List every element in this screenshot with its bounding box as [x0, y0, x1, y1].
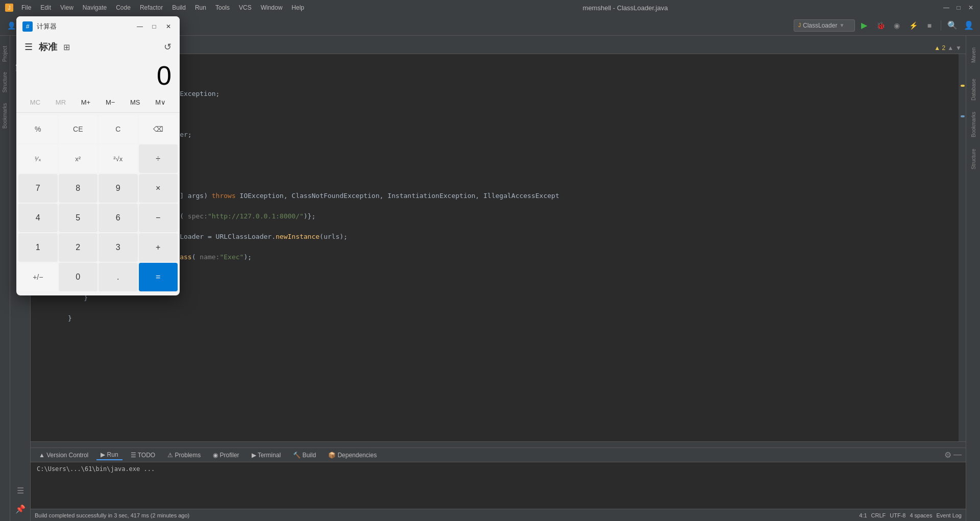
terminal-tab-problems[interactable]: ⚠ Problems: [163, 451, 205, 460]
sidebar-icon-bottom-1[interactable]: ☰: [12, 482, 29, 499]
terminal-settings-icon[interactable]: ⚙: [944, 450, 951, 460]
calc-btn-c[interactable]: C: [99, 115, 138, 143]
menu-window[interactable]: Window: [257, 2, 287, 13]
right-sidebar: Maven Database Bookmarks Structure: [966, 36, 980, 521]
menu-view[interactable]: View: [56, 2, 78, 13]
tab-nav-down[interactable]: ▼: [955, 44, 962, 52]
calc-btn-4[interactable]: 4: [18, 204, 58, 232]
calc-btn-3[interactable]: 3: [99, 233, 138, 262]
sidebar-icon-bottom-2[interactable]: 📌: [12, 501, 29, 517]
menu-tools[interactable]: Tools: [211, 2, 234, 13]
menu-help[interactable]: Help: [287, 2, 308, 13]
calc-maximize-button[interactable]: □: [149, 21, 159, 32]
calc-mode-icon[interactable]: ⊞: [63, 42, 70, 52]
calc-mem-mplus[interactable]: M+: [77, 96, 94, 108]
sidebar-maven[interactable]: Maven: [967, 40, 979, 70]
menu-vcs[interactable]: VCS: [235, 2, 256, 13]
coverage-button[interactable]: ◉: [890, 18, 904, 33]
status-encoding[interactable]: UTF-8: [890, 512, 905, 518]
sidebar-bookmarks[interactable]: Bookmarks: [967, 109, 979, 140]
window-controls: — □ ✕: [942, 4, 975, 12]
terminal-tab-vcs[interactable]: ▲ Version Control: [35, 451, 92, 460]
terminal-tab-run[interactable]: ▶ Run: [96, 450, 122, 460]
calc-btn-decimal[interactable]: .: [99, 263, 138, 291]
calc-close-button[interactable]: ✕: [163, 21, 174, 32]
tab-settings-area: ▲ 2 ▲ ▼: [934, 44, 962, 54]
calc-mem-mv[interactable]: M∨: [151, 96, 170, 108]
calc-display: 0: [16, 57, 180, 92]
user-avatar[interactable]: 👤: [962, 18, 976, 33]
calc-btn-square[interactable]: x²: [59, 144, 98, 173]
terminal-settings: ⚙ —: [944, 450, 962, 460]
calc-titlebar-left: # 计算器: [22, 21, 57, 32]
warning-count[interactable]: ▲ 2: [934, 44, 945, 52]
terminal-tab-todo[interactable]: ☰ TODO: [127, 451, 160, 460]
calc-btn-5[interactable]: 5: [59, 204, 98, 232]
horizontal-scrollbar[interactable]: [31, 441, 966, 448]
calc-btn-sqrt[interactable]: ²√x: [99, 144, 138, 173]
calc-btn-reciprocal[interactable]: ¹∕ₓ: [18, 144, 58, 173]
terminal-tab-terminal[interactable]: ▶ Terminal: [248, 451, 285, 460]
close-button[interactable]: ✕: [967, 4, 975, 12]
calc-btn-multiply[interactable]: ×: [139, 174, 178, 203]
calc-btn-backspace[interactable]: ⌫: [139, 115, 178, 143]
calc-menu-icon[interactable]: ☰: [24, 41, 33, 53]
calc-btn-0[interactable]: 0: [59, 263, 98, 291]
project-panel-label[interactable]: Project: [2, 46, 8, 62]
calc-titlebar: # 计算器 — □ ✕: [16, 16, 180, 37]
status-position[interactable]: 4:1: [859, 512, 867, 518]
maximize-button[interactable]: □: [954, 4, 963, 12]
terminal-tab-dependencies[interactable]: 📦 Dependencies: [324, 451, 381, 460]
calc-btn-7[interactable]: 7: [18, 174, 58, 203]
calc-btn-6[interactable]: 6: [99, 204, 138, 232]
calc-btn-2[interactable]: 2: [59, 233, 98, 262]
status-indent[interactable]: 4 spaces: [910, 512, 932, 518]
calc-history-button[interactable]: ↺: [164, 41, 172, 53]
calc-btn-9[interactable]: 9: [99, 174, 138, 203]
structure-panel-label[interactable]: Structure: [2, 72, 8, 93]
menu-run[interactable]: Run: [191, 2, 210, 13]
menu-code[interactable]: Code: [112, 2, 135, 13]
debug-button[interactable]: 🐞: [873, 18, 888, 33]
app-icon: J: [5, 4, 13, 12]
calc-mem-mr[interactable]: MR: [52, 96, 70, 108]
calc-btn-subtract[interactable]: −: [139, 204, 178, 232]
minimize-button[interactable]: —: [942, 4, 950, 12]
terminal-toolbar: ▲ Version Control ▶ Run ☰ TODO ⚠ Problem…: [31, 448, 966, 462]
calc-btn-negate[interactable]: +/−: [18, 263, 58, 291]
calc-btn-divide[interactable]: ÷: [139, 144, 178, 173]
bookmarks-panel-label[interactable]: Bookmarks: [2, 103, 8, 129]
status-crlf[interactable]: CRLF: [871, 512, 886, 518]
run-config-dropdown[interactable]: J ClassLoader ▼: [794, 19, 855, 32]
calc-mem-mminus[interactable]: M−: [102, 96, 119, 108]
calc-btn-8[interactable]: 8: [59, 174, 98, 203]
stop-button[interactable]: ■: [922, 18, 937, 33]
menu-bar: File Edit View Navigate Code Refactor Bu…: [17, 2, 308, 13]
run-button[interactable]: ▶: [857, 18, 871, 33]
terminal-tab-build[interactable]: 🔨 Build: [289, 451, 320, 460]
terminal-minimize-icon[interactable]: —: [953, 450, 962, 460]
terminal-tab-profiler[interactable]: ◉ Profiler: [209, 451, 243, 460]
menu-navigate[interactable]: Navigate: [79, 2, 111, 13]
status-build-message: Build completed successfully in 3 sec, 4…: [35, 512, 189, 518]
calc-mem-ms[interactable]: MS: [126, 96, 144, 108]
profile-run-button[interactable]: ⚡: [906, 18, 920, 33]
calc-minimize-button[interactable]: —: [135, 21, 145, 32]
calc-app-icon: #: [22, 21, 33, 32]
sidebar-database[interactable]: Database: [967, 75, 979, 105]
menu-refactor[interactable]: Refactor: [136, 2, 167, 13]
menu-file[interactable]: File: [17, 2, 35, 13]
calc-display-value: 0: [24, 61, 172, 90]
calc-btn-equals[interactable]: =: [139, 263, 178, 291]
menu-edit[interactable]: Edit: [36, 2, 55, 13]
status-event-log[interactable]: Event Log: [936, 512, 962, 518]
calc-mem-mc[interactable]: MC: [26, 96, 44, 108]
sidebar-structure[interactable]: Structure: [967, 144, 979, 175]
search-button[interactable]: 🔍: [945, 18, 960, 33]
calc-btn-1[interactable]: 1: [18, 233, 58, 262]
calc-btn-add[interactable]: +: [139, 233, 178, 262]
tab-nav-up[interactable]: ▲: [947, 44, 953, 52]
calc-btn-percent[interactable]: %: [18, 115, 58, 143]
calc-btn-ce[interactable]: CE: [59, 115, 98, 143]
menu-build[interactable]: Build: [168, 2, 190, 13]
